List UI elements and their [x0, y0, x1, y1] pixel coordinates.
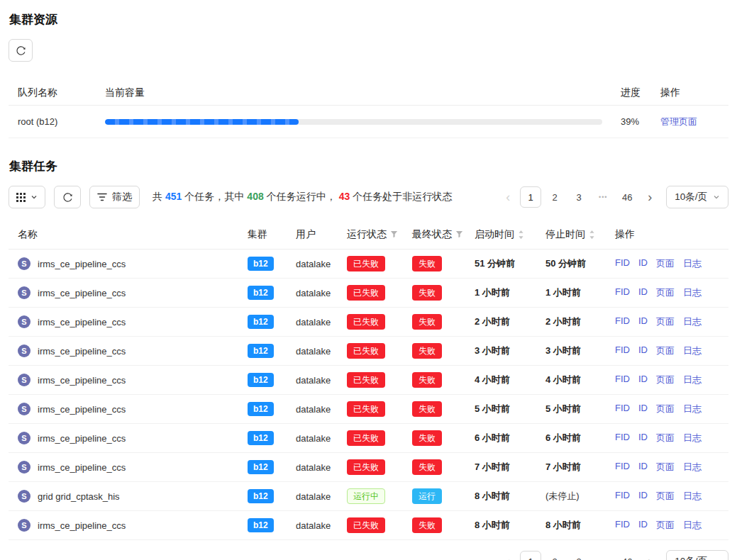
task-name-cell: S irms_ce_pipeline_ccs: [9, 403, 248, 415]
id-link[interactable]: ID: [638, 519, 648, 532]
stop-time: 7 小时前: [545, 461, 615, 474]
row-actions: FID ID 页面 日志: [615, 461, 728, 474]
page-link[interactable]: 页面: [656, 257, 675, 270]
id-link[interactable]: ID: [638, 461, 648, 474]
id-link[interactable]: ID: [638, 315, 648, 328]
page-link[interactable]: 页面: [656, 345, 675, 357]
next-page-arrow[interactable]: ›: [641, 551, 659, 560]
task-name-cell: S irms_ce_pipeline_ccs: [9, 315, 248, 328]
table-row: S grid grid_cptask_his b12 datalake 运行中 …: [9, 482, 728, 511]
id-link[interactable]: ID: [638, 286, 648, 299]
refresh-icon: [62, 192, 73, 203]
filter-funnel-icon[interactable]: [455, 230, 463, 238]
pagination-page-2[interactable]: 2: [544, 186, 565, 208]
id-link[interactable]: ID: [638, 257, 648, 270]
page-link[interactable]: 页面: [656, 490, 675, 503]
fid-link[interactable]: FID: [615, 461, 630, 474]
task-user: datalake: [296, 346, 347, 357]
fid-link[interactable]: FID: [615, 286, 630, 299]
id-link[interactable]: ID: [638, 345, 648, 357]
fid-link[interactable]: FID: [615, 345, 630, 357]
tasks-refresh-button[interactable]: [54, 186, 81, 208]
log-link[interactable]: 日志: [683, 315, 702, 328]
pagination-page-46[interactable]: 46: [616, 186, 638, 208]
page-size-select[interactable]: 10条/页: [666, 550, 728, 560]
pagination-page-1[interactable]: 1: [520, 186, 541, 208]
cluster-badge: b12: [248, 431, 274, 445]
fid-link[interactable]: FID: [615, 519, 630, 532]
row-actions: FID ID 页面 日志: [615, 490, 728, 503]
id-link[interactable]: ID: [638, 490, 648, 503]
cluster-cell: b12: [248, 489, 296, 503]
pagination-page-2[interactable]: 2: [544, 551, 565, 560]
page-link[interactable]: 页面: [656, 374, 675, 386]
columns-config-button[interactable]: [9, 186, 45, 208]
page-link[interactable]: 页面: [656, 461, 675, 474]
run-status-cell: 已失败: [347, 401, 412, 417]
log-link[interactable]: 日志: [683, 490, 702, 503]
id-link[interactable]: ID: [638, 403, 648, 415]
pagination-page-3[interactable]: 3: [568, 186, 589, 208]
filter-funnel-icon[interactable]: [390, 230, 398, 238]
start-time: 2 小时前: [475, 315, 545, 328]
queue-name: root (b12): [9, 116, 105, 127]
sort-icon[interactable]: [518, 230, 524, 240]
page-link[interactable]: 页面: [656, 315, 675, 328]
page-link[interactable]: 页面: [656, 286, 675, 299]
fid-link[interactable]: FID: [615, 315, 630, 328]
page-link[interactable]: 页面: [656, 403, 675, 415]
id-link[interactable]: ID: [638, 432, 648, 444]
cluster-badge: b12: [248, 286, 274, 300]
resources-refresh-button[interactable]: [9, 39, 33, 62]
task-name: grid grid_cptask_his: [38, 491, 120, 502]
log-link[interactable]: 日志: [683, 286, 702, 299]
run-status-badge: 运行中: [347, 488, 385, 504]
log-link[interactable]: 日志: [683, 257, 702, 270]
run-status-badge: 已失败: [347, 343, 385, 359]
col-resource-action: 操作: [660, 86, 728, 99]
task-user: datalake: [296, 404, 347, 415]
task-name-cell: S irms_ce_pipeline_ccs: [9, 345, 248, 357]
prev-page-arrow[interactable]: ‹: [499, 551, 517, 560]
task-name: irms_ce_pipeline_ccs: [38, 259, 126, 269]
page-link[interactable]: 页面: [656, 519, 675, 532]
sort-icon[interactable]: [589, 230, 595, 240]
page-link[interactable]: 页面: [656, 432, 675, 444]
task-name: irms_ce_pipeline_ccs: [38, 288, 126, 298]
log-link[interactable]: 日志: [683, 374, 702, 386]
log-link[interactable]: 日志: [683, 519, 702, 532]
fid-link[interactable]: FID: [615, 257, 630, 270]
task-user: datalake: [296, 520, 347, 531]
spark-avatar-icon: S: [18, 345, 31, 357]
tasks-table-header: 名称 集群 用户 运行状态 最终状态 启动时间: [9, 220, 728, 250]
cluster-badge: b12: [248, 257, 274, 271]
log-link[interactable]: 日志: [683, 432, 702, 444]
progress-bar: [105, 119, 602, 125]
prev-page-arrow[interactable]: ‹: [499, 186, 517, 208]
log-link[interactable]: 日志: [683, 345, 702, 357]
final-status-cell: 失败: [412, 372, 475, 388]
pagination-page-1[interactable]: 1: [520, 551, 541, 560]
log-link[interactable]: 日志: [683, 403, 702, 415]
filter-button[interactable]: 筛选: [89, 186, 140, 208]
fid-link[interactable]: FID: [615, 490, 630, 503]
log-link[interactable]: 日志: [683, 461, 702, 474]
fid-link[interactable]: FID: [615, 432, 630, 444]
pagination-page-3[interactable]: 3: [568, 551, 589, 560]
task-user: datalake: [296, 433, 347, 444]
pagination-page-46[interactable]: 46: [616, 551, 638, 560]
task-user: datalake: [296, 462, 347, 473]
fid-link[interactable]: FID: [615, 403, 630, 415]
cluster-cell: b12: [248, 257, 296, 271]
cluster-badge: b12: [248, 402, 274, 416]
fid-link[interactable]: FID: [615, 374, 630, 386]
page-size-select[interactable]: 10条/页: [666, 186, 728, 208]
page-list: 123•••46: [520, 551, 638, 560]
tasks-section-title: 集群任务: [9, 158, 728, 174]
next-page-arrow[interactable]: ›: [641, 186, 659, 208]
manage-page-link[interactable]: 管理页面: [660, 116, 697, 127]
id-link[interactable]: ID: [638, 374, 648, 386]
row-actions: FID ID 页面 日志: [615, 315, 728, 328]
cluster-badge: b12: [248, 460, 274, 474]
run-status-cell: 已失败: [347, 372, 412, 388]
